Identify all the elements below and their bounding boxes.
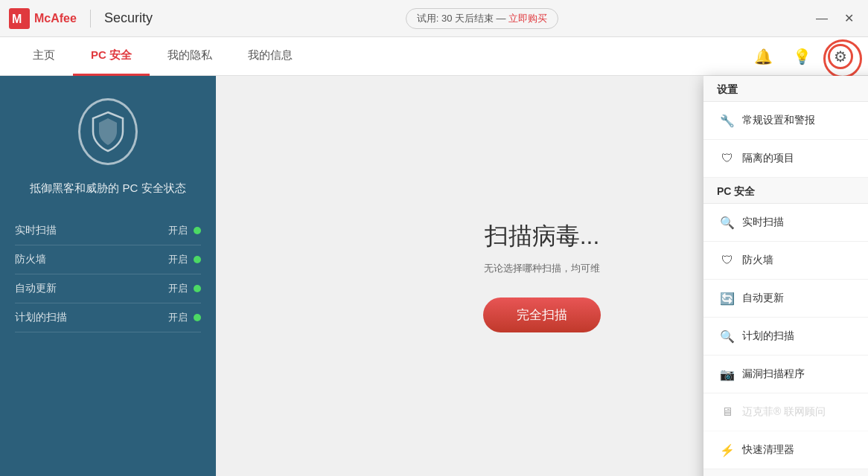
bulb-icon-button[interactable]: 💡 [789, 44, 814, 69]
scan-button[interactable]: 完全扫描 [483, 298, 601, 332]
dropdown-item-quarantine-label: 隔离的项目 [742, 152, 868, 165]
dropdown-item-vuln-scanner-label: 漏洞扫描程序 [742, 367, 868, 381]
dropdown-section-pc-security-header: PC 安全 [703, 178, 868, 204]
title-divider [90, 10, 91, 28]
scan-title: 扫描病毒... [485, 220, 600, 253]
dropdown-menu: 设置 🔧 常规设置和警报 开启 › 🛡 隔离的项目 开启 › PC 安全 [703, 76, 868, 476]
sidebar-item-scheduled-right: 开启 [168, 311, 201, 324]
mcafee-logo: M McAfee [9, 8, 77, 29]
sidebar-item-realtime-status: 开启 [168, 224, 188, 237]
sidebar-item-firewall: 防火墙 开启 [15, 245, 201, 274]
nav-icons: 🔔 💡 ⚙ [750, 44, 853, 69]
dropdown-item-quarantine[interactable]: 🛡 隔离的项目 开启 › [703, 140, 868, 178]
dropdown-item-realtime-scan-label: 实时扫描 [742, 216, 868, 229]
tab-my-privacy[interactable]: 我的隐私 [150, 37, 230, 76]
sidebar-item-firewall-status: 开启 [168, 253, 188, 266]
dropdown-item-realtime-scan[interactable]: 🔍 实时扫描 开启 › [703, 204, 868, 242]
sidebar-status: 抵御黑客和威胁的 PC 安全状态 [15, 180, 201, 196]
dropdown-item-firewall[interactable]: 🛡 防火墙 开启 › [703, 242, 868, 280]
dropdown-item-scheduled-scan[interactable]: 🔍 计划的扫描 开启 › [703, 318, 868, 356]
svg-text:M: M [12, 13, 22, 25]
close-button[interactable]: ✕ [838, 8, 859, 29]
quick-cleaner-icon: ⚡ [717, 440, 738, 460]
sidebar-item-scheduled-label: 计划的扫描 [15, 311, 67, 324]
tab-my-info[interactable]: 我的信息 [230, 37, 310, 76]
dropdown-item-network-advisor-label: 迈克菲® 联网顾问 [742, 405, 868, 419]
shield-svg [90, 111, 126, 152]
dropdown-item-quick-cleaner[interactable]: ⚡ 快速清理器 关闭 › [703, 431, 868, 469]
dropdown-item-firewall-label: 防火墙 [742, 254, 868, 267]
dropdown-item-autoupdate[interactable]: 🔄 自动更新 开启 › [703, 280, 868, 318]
shield-icon [78, 98, 138, 165]
mcafee-logo-icon: M [9, 8, 30, 29]
dropdown-item-network-advisor[interactable]: 🖥 迈克菲® 联网顾问 [703, 393, 868, 431]
sidebar-item-autoupdate-label: 自动更新 [15, 282, 57, 295]
trial-text: 试用: 30 天后结束 — [417, 13, 509, 24]
dropdown-item-general-settings[interactable]: 🔧 常规设置和警报 开启 › [703, 102, 868, 140]
sidebar-item-realtime-label: 实时扫描 [15, 224, 57, 237]
sidebar: 抵御黑客和威胁的 PC 安全状态 实时扫描 开启 防火墙 开启 自动更新 开启 … [0, 76, 216, 476]
shield-container [15, 98, 201, 165]
scheduled-scan-icon: 🔍 [717, 326, 738, 347]
sidebar-item-autoupdate: 自动更新 开启 [15, 274, 201, 303]
brand-name: McAfee [34, 12, 77, 25]
dropdown-item-quick-cleaner-label: 快速清理器 [742, 443, 868, 457]
update-icon: 🔄 [717, 288, 738, 309]
scan-subtitle: 无论选择哪种扫描，均可维 [484, 262, 600, 275]
bell-icon-button[interactable]: 🔔 [750, 44, 776, 69]
sidebar-item-autoupdate-status: 开启 [168, 282, 188, 295]
dropdown-item-general-settings-label: 常规设置和警报 [742, 114, 868, 127]
title-left: M McAfee Security [9, 8, 153, 29]
sidebar-item-realtime-right: 开启 [168, 224, 201, 237]
sidebar-item-autoupdate-right: 开启 [168, 282, 201, 295]
main-content: 抵御黑客和威胁的 PC 安全状态 实时扫描 开启 防火墙 开启 自动更新 开启 … [0, 76, 868, 476]
sidebar-item-firewall-dot [194, 256, 201, 263]
nav-tabs: 主页 PC 安全 我的隐私 我的信息 [15, 37, 750, 76]
content-area: 扫描病毒... 无论选择哪种扫描，均可维 完全扫描 设置 🔧 常规设置和警报 开… [216, 76, 868, 476]
sidebar-item-realtime: 实时扫描 开启 [15, 216, 201, 245]
sidebar-item-realtime-dot [194, 227, 201, 234]
dropdown-section-privacy-header: 我的隐私 [703, 469, 868, 476]
vuln-scanner-icon: 📷 [717, 364, 738, 385]
sidebar-item-scheduled-status: 开启 [168, 311, 188, 324]
trial-notice: 试用: 30 天后结束 — 立即购买 [406, 8, 559, 29]
dropdown-section-settings-header: 设置 [703, 76, 868, 102]
sidebar-item-autoupdate-dot [194, 285, 201, 292]
title-bar: M McAfee Security 试用: 30 天后结束 — 立即购买 — ✕ [0, 0, 868, 37]
quarantine-icon: 🛡 [717, 148, 738, 169]
tab-pc-security[interactable]: PC 安全 [73, 37, 150, 76]
buy-now-link[interactable]: 立即购买 [508, 13, 547, 24]
dropdown-item-vuln-scanner[interactable]: 📷 漏洞扫描程序 关闭 › [703, 356, 868, 393]
sidebar-item-scheduled: 计划的扫描 开启 [15, 303, 201, 332]
network-advisor-icon: 🖥 [717, 402, 738, 422]
sidebar-item-firewall-right: 开启 [168, 253, 201, 266]
nav-bar: 主页 PC 安全 我的隐私 我的信息 🔔 💡 ⚙ [0, 37, 868, 76]
tab-home[interactable]: 主页 [15, 37, 73, 76]
title-controls: — ✕ [811, 8, 859, 29]
dropdown-item-autoupdate-label: 自动更新 [742, 292, 868, 305]
app-title: Security [104, 10, 153, 26]
search-icon: 🔍 [717, 212, 738, 233]
sidebar-item-firewall-label: 防火墙 [15, 253, 46, 266]
firewall-icon: 🛡 [717, 250, 738, 271]
sidebar-item-scheduled-dot [194, 314, 201, 321]
gear-icon-button[interactable]: ⚙ [828, 44, 853, 69]
gear-highlight-circle [823, 39, 862, 78]
dropdown-item-scheduled-scan-label: 计划的扫描 [742, 329, 868, 343]
minimize-button[interactable]: — [811, 8, 832, 29]
wrench-icon: 🔧 [717, 110, 738, 131]
